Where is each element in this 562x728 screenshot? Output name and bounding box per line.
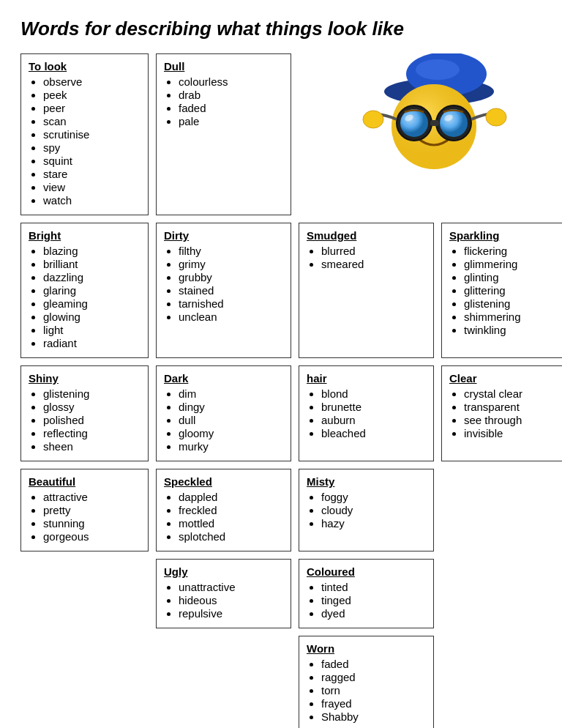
list-item: glossy [43,401,140,413]
box-ugly: Ugly unattractive hideous repulsive [156,559,291,628]
svg-point-12 [363,111,383,128]
box-worn: Worn faded ragged torn frayed Shabby [299,636,434,728]
list-item: smeared [321,258,426,270]
box-coloured: Coloured tinted tinged dyed [299,559,434,628]
list-item: dazzling [43,271,140,283]
list-item: drab [179,89,283,101]
list-item: tarnished [179,297,283,310]
box-dull: Dull colourless drab faded pale [156,53,291,215]
box-bright: Bright blazing brilliant dazzling glarin… [20,223,149,358]
list-item: glowing [43,311,140,323]
list-item: shimmering [464,311,561,323]
box-heading-worn: Worn [307,642,426,655]
list-item: glinting [464,271,561,283]
box-beautiful: Beautiful attractive pretty stunning gor… [20,469,149,551]
list-item: splotched [179,530,283,543]
list-item: blurred [321,245,426,257]
list-item: blond [321,387,426,400]
list-item: dappled [179,491,283,503]
list-item: gloomy [179,427,283,439]
list-item: tinged [321,594,426,606]
list-item: hazy [321,517,426,530]
list-item: filthy [179,245,283,257]
box-sparkling: Sparkling flickering glimmering glinting… [441,223,562,358]
word-grid: To look observe peek peer scan scrutinis… [20,53,542,728]
list-item: light [43,324,140,336]
list-item: brunette [321,401,426,413]
list-item: auburn [321,414,426,426]
list-item: pale [179,115,283,127]
list-item: brilliant [43,258,140,270]
page-title: Words for describing what things look li… [20,18,542,40]
box-heading-dull: Dull [164,60,283,73]
list-item: torn [321,684,426,697]
svg-point-13 [486,108,506,126]
list-item: hideous [179,594,283,606]
box-speckled: Speckled dappled freckled mottled splotc… [156,469,291,551]
list-item: gleaming [43,297,140,310]
list-item: reflecting [43,427,140,439]
list-item: transparent [464,401,561,413]
list-item: gorgeous [43,530,140,543]
list-item: watch [43,194,140,207]
emoji-svg [357,53,511,174]
list-item: attractive [43,491,140,503]
svg-point-8 [400,109,428,137]
list-item: crystal clear [464,387,561,400]
box-shiny: Shiny glistening glossy polished reflect… [20,365,149,461]
box-heading-beautiful: Beautiful [29,475,140,488]
list-item: peek [43,89,140,101]
box-smudged: Smudged blurred smeared [299,223,434,358]
list-item: polished [43,414,140,426]
list-item: twinkling [464,324,561,336]
list-item: dull [179,414,283,426]
list-item: sheen [43,440,140,453]
list-item: squint [43,155,140,167]
list-item: scan [43,115,140,127]
list-item: glistening [464,297,561,310]
list-item: see through [464,414,561,426]
box-heading-bright: Bright [29,229,140,242]
list-item: stained [179,284,283,297]
list-item: mottled [179,517,283,530]
list-item: dingy [179,401,283,413]
box-heading-to-look: To look [29,60,140,73]
list-item: glimmering [464,258,561,270]
list-item: faded [179,102,283,114]
list-item: tinted [321,581,426,593]
list-item: spy [43,141,140,154]
list-item: colourless [179,75,283,88]
list-item: grubby [179,271,283,283]
list-item: faded [321,658,426,670]
list-item: grimy [179,258,283,270]
list-item: stunning [43,517,140,530]
list-item: Shabby [321,710,426,723]
box-to-look: To look observe peek peer scan scrutinis… [20,53,149,215]
list-item: dim [179,387,283,400]
list-item: invisible [464,427,561,439]
list-item: glistening [43,387,140,400]
list-item: murky [179,440,283,453]
list-item: cloudy [321,504,426,516]
box-misty: Misty foggy cloudy hazy [299,469,434,551]
list-item: observe [43,75,140,88]
box-heading-hair: hair [307,372,426,385]
box-heading-clear: Clear [449,372,561,385]
list-item: pretty [43,504,140,516]
box-heading-misty: Misty [307,475,426,488]
list-item: ragged [321,671,426,683]
list-item: glittering [464,284,561,297]
list-item: foggy [321,491,426,503]
box-hair: hair blond brunette auburn bleached [299,365,434,461]
box-heading-shiny: Shiny [29,372,140,385]
list-item: freckled [179,504,283,516]
list-item: stare [43,168,140,180]
list-item: peer [43,102,140,114]
list-item: unattractive [179,581,283,593]
box-dirty: Dirty filthy grimy grubby stained tarnis… [156,223,291,358]
box-clear: Clear crystal clear transparent see thro… [441,365,562,461]
list-item: bleached [321,427,426,439]
list-item: dyed [321,607,426,620]
box-heading-dark: Dark [164,372,283,385]
list-item: frayed [321,697,426,710]
